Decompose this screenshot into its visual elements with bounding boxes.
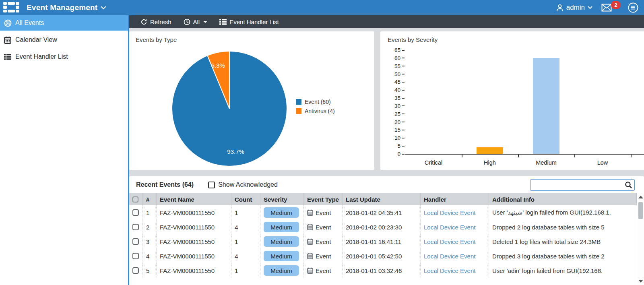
search-input[interactable] (530, 179, 635, 191)
row-checkbox[interactable] (132, 238, 139, 245)
y-axis-tick: 20 (380, 119, 405, 125)
y-axis-tick: 45 (380, 79, 405, 85)
sidebar-item-label: Event Handler List (15, 53, 68, 60)
scroll-up-arrow-icon[interactable] (638, 196, 643, 198)
notifications-button[interactable]: 2 (601, 4, 612, 12)
scroll-down-arrow-icon[interactable] (638, 280, 643, 283)
last-update-cell: 2018-01-01 05:42:50 (343, 249, 421, 263)
severity-cell: Medium (260, 220, 304, 234)
column-header-handler[interactable]: Handler (421, 193, 489, 205)
list-icon (4, 53, 12, 61)
y-axis-tick: 25 (380, 111, 405, 117)
app-window: Event Management admin (0, 0, 644, 285)
chevron-down-icon[interactable] (101, 6, 106, 10)
events-by-type-pie-chart[interactable]: 93.7% 6.3% (172, 52, 287, 166)
row-select-cell (129, 234, 143, 249)
additional-info-cell: Dropped 2 log database tables with size … (489, 220, 637, 234)
handler-cell[interactable]: Local Device Event (421, 205, 489, 220)
app-title[interactable]: Event Management (27, 3, 97, 12)
additional-info-cell: Deleted 1 log files with total size 24.3… (489, 234, 637, 249)
row-number-cell: 1 (143, 205, 157, 220)
pie-chart-title: Events by Type (136, 36, 177, 43)
brand-logo-icon[interactable] (3, 2, 21, 13)
sidebar-item-calendar-view[interactable]: Calendar View (0, 32, 128, 48)
refresh-icon (140, 19, 147, 25)
handler-cell[interactable]: Local Device Event (421, 263, 489, 278)
handler-cell[interactable]: Local Device Event (421, 249, 489, 263)
table-scrollbar[interactable] (637, 193, 644, 285)
event-type-icon (307, 209, 313, 216)
user-icon (556, 4, 564, 12)
event-name-cell[interactable]: FAZ-VM0000111550 (157, 205, 231, 220)
event-type-icon (307, 267, 313, 274)
event-name-cell[interactable]: FAZ-VM0000111550 (157, 249, 231, 263)
event-name-cell[interactable]: FAZ-VM0000111550 (157, 234, 231, 249)
row-checkbox[interactable] (132, 253, 139, 259)
select-all-checkbox[interactable] (132, 196, 138, 202)
legend-swatch (296, 108, 301, 114)
count-cell: 1 (231, 263, 260, 278)
user-menu[interactable]: admin (556, 4, 592, 12)
y-axis-tick: 15 (380, 127, 405, 133)
column-header-count[interactable]: Count (231, 193, 260, 205)
handler-cell[interactable]: Local Device Event (421, 234, 489, 249)
severity-badge: Medium (264, 207, 299, 218)
bar-chart-title: Events by Severity (388, 36, 438, 43)
x-axis-tick (574, 155, 575, 157)
handler-link[interactable]: Local Device Event (424, 267, 475, 274)
bar-medium[interactable] (533, 58, 559, 154)
sidebar-item-event-handler-list[interactable]: Event Handler List (0, 49, 128, 64)
pie-slice-label-event: 93.7% (227, 148, 244, 155)
bar-high[interactable] (477, 147, 503, 154)
severity-badge: Medium (264, 265, 299, 276)
event-type-icon (307, 238, 313, 245)
last-update-cell: 2018-01-01 16:41:11 (343, 234, 421, 249)
event-type-cell: Event (304, 249, 343, 263)
event-name-cell[interactable]: FAZ-VM0000111550 (157, 263, 231, 278)
y-axis-tick: 50 (380, 71, 405, 77)
time-filter-dropdown[interactable]: All (184, 19, 208, 25)
row-select-cell (129, 249, 143, 263)
count-cell: 1 (231, 234, 260, 249)
column-header-event-name[interactable]: Event Name (157, 193, 231, 205)
mail-icon (601, 4, 612, 12)
column-header-last-update[interactable]: Last Update (343, 193, 421, 205)
events-by-severity-bar-chart[interactable]: 05101520253035404550556065CriticalHighMe… (380, 46, 644, 170)
row-checkbox[interactable] (132, 267, 139, 274)
handler-link[interactable]: Local Device Event (424, 238, 475, 245)
all-events-icon (4, 19, 12, 27)
show-acknowledged-label: Show Acknowledged (218, 181, 278, 188)
sidebar-item-label: Calendar View (15, 36, 57, 43)
clock-icon (184, 19, 190, 25)
event-name-cell[interactable]: FAZ-VM0000111550 (157, 220, 231, 234)
handler-link[interactable]: Local Device Event (424, 209, 475, 216)
column-header-event-type[interactable]: Event Type (304, 193, 343, 205)
refresh-button[interactable]: Refresh (140, 19, 171, 25)
row-select-cell (129, 220, 143, 234)
events-by-severity-panel: Events by Severity 051015202530354045505… (380, 31, 644, 170)
row-checkbox[interactable] (132, 224, 139, 230)
y-axis-tick: 0 (380, 151, 405, 157)
column-header-severity[interactable]: Severity (260, 193, 304, 205)
search-icon[interactable] (625, 181, 632, 189)
row-number-cell: 5 (143, 263, 157, 278)
refresh-label: Refresh (150, 19, 171, 25)
handler-link[interactable]: Local Device Event (424, 224, 475, 231)
row-checkbox[interactable] (132, 209, 139, 216)
scrollbar-thumb[interactable] (638, 202, 643, 219)
legend-swatch (296, 99, 301, 105)
event-handler-list-button[interactable]: Event Handler List (219, 19, 279, 25)
severity-badge: Medium (264, 236, 299, 247)
count-cell: 1 (231, 205, 260, 220)
hamburger-menu-icon[interactable] (628, 2, 638, 13)
sidebar-item-all-events[interactable]: All Events (0, 15, 128, 31)
show-acknowledged-checkbox[interactable] (208, 182, 215, 188)
events-by-type-panel: Events by Type 93.7% 6.3% Event (60)Anti… (129, 31, 374, 170)
header-select-all[interactable] (129, 193, 143, 205)
last-update-cell: 2018-01-02 00:23:30 (343, 220, 421, 234)
column-header-#[interactable]: # (143, 193, 157, 205)
handler-link[interactable]: Local Device Event (424, 253, 475, 260)
y-axis-tick: 35 (380, 95, 405, 101)
column-header-additional-info[interactable]: Additional Info (489, 193, 637, 205)
handler-cell[interactable]: Local Device Event (421, 220, 489, 234)
